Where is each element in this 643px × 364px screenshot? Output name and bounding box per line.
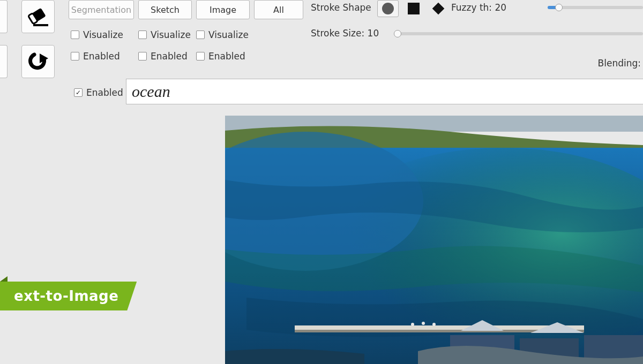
col1-visualize-label: Visualize (151, 29, 191, 40)
mode-banner: ext-to-Image (0, 282, 137, 310)
tool-tile-redo[interactable] (21, 45, 55, 78)
col2-enabled[interactable]: Enabled (196, 51, 245, 62)
canvas-image[interactable] (225, 116, 643, 364)
mode-banner-text: ext-to-Image (14, 288, 118, 304)
tool-tile-person[interactable] (0, 0, 8, 33)
image-button[interactable]: Image (196, 0, 250, 19)
square-icon (408, 3, 420, 14)
fuzzy-label: Fuzzy th: 20 (451, 2, 506, 13)
svg-rect-3 (33, 24, 48, 26)
checkbox-icon (138, 31, 147, 39)
text-input[interactable] (126, 79, 643, 104)
col2-visualize-label: Visualize (208, 29, 249, 40)
col0-visualize-label: Visualize (83, 29, 123, 40)
col0-enabled[interactable]: Enabled (71, 51, 120, 62)
checkbox-icon (71, 31, 79, 39)
ocean-scene (225, 116, 643, 364)
redo-icon (28, 51, 48, 72)
stroke-size-slider-track[interactable] (399, 32, 643, 35)
svg-rect-8 (432, 3, 445, 15)
col0-enabled-label: Enabled (83, 51, 120, 62)
circle-icon (382, 2, 394, 15)
stroke-size-slider-thumb[interactable] (394, 30, 401, 37)
svg-point-20 (411, 323, 414, 326)
banner-fold (0, 276, 8, 282)
col1-enabled-label: Enabled (151, 51, 188, 62)
eraser-icon (25, 5, 51, 28)
svg-point-6 (382, 3, 394, 14)
stroke-shape-square[interactable] (403, 0, 424, 17)
checkbox-icon (196, 52, 205, 60)
checkbox-icon (71, 52, 79, 60)
col1-enabled[interactable]: Enabled (138, 51, 188, 62)
stroke-shape-label: Stroke Shape (311, 2, 371, 13)
svg-point-22 (432, 323, 436, 326)
col2-visualize[interactable]: Visualize (196, 29, 249, 40)
sketch-button[interactable]: Sketch (138, 0, 192, 19)
checkbox-icon (196, 31, 205, 39)
diamond-icon (431, 2, 445, 16)
checkbox-icon (138, 52, 147, 60)
stroke-shape-circle[interactable] (377, 0, 399, 17)
col0-visualize[interactable]: Visualize (71, 29, 123, 40)
svg-point-21 (422, 322, 425, 325)
checkbox-icon: ✓ (74, 88, 83, 97)
fuzzy-slider-thumb[interactable] (555, 4, 563, 11)
tool-tile-eraser[interactable] (21, 0, 55, 33)
blending-label: Blending: (598, 58, 641, 69)
all-button[interactable]: All (254, 0, 303, 19)
col1-visualize[interactable]: Visualize (138, 29, 191, 40)
stroke-shape-diamond[interactable] (428, 0, 449, 17)
tool-tile-undo[interactable] (0, 45, 8, 78)
col2-enabled-label: Enabled (208, 51, 245, 62)
text-enabled-label: Enabled (86, 87, 123, 98)
text-enabled[interactable]: ✓ Enabled (74, 87, 123, 98)
stroke-size-label: Stroke Size: 10 (311, 28, 379, 39)
svg-rect-7 (408, 3, 420, 14)
segmentation-button[interactable]: Segmentation (69, 0, 134, 19)
